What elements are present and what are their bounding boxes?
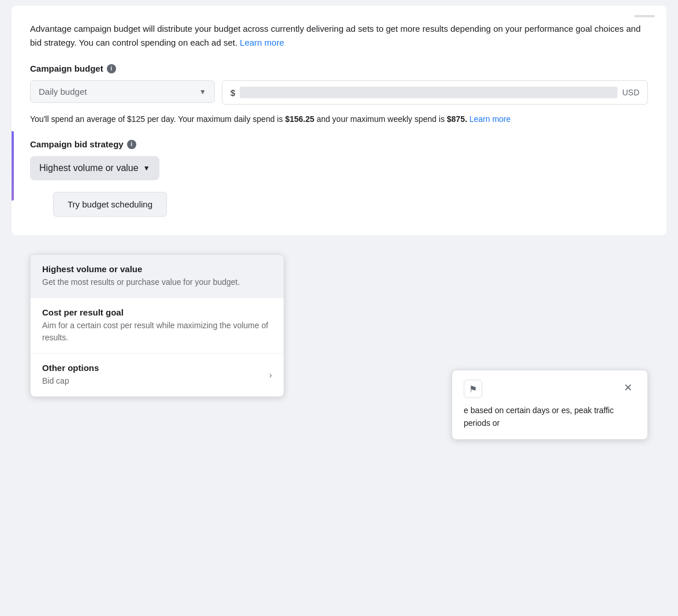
tooltip-header: ⚑ ✕ [464, 380, 636, 398]
dropdown-item-other-options-title: Other options [42, 363, 99, 373]
dropdown-item-other-options-content: Other options Bid cap [42, 363, 99, 387]
tooltip-body-text: e based on certain days or es, peak traf… [464, 404, 636, 430]
feedback-icon: ⚑ [469, 384, 477, 395]
bid-strategy-dropdown: Highest volume or value Get the most res… [30, 254, 284, 397]
main-card: Advantage campaign budget will distribut… [12, 6, 666, 235]
campaign-budget-info-icon[interactable]: i [107, 64, 116, 73]
dropdown-item-highest-volume-desc: Get the most results or purchase value f… [42, 276, 272, 288]
dropdown-item-other-options-desc: Bid cap [42, 375, 99, 387]
bid-strategy-chevron-icon: ▼ [143, 164, 150, 172]
dropdown-item-other-options-chevron-icon: › [269, 370, 272, 380]
minimize-button[interactable] [634, 15, 655, 17]
bid-strategy-section: Campaign bid strategy i Highest volume o… [30, 139, 648, 180]
currency-symbol: $ [230, 88, 235, 98]
spend-info-conjunction: and your maximum weekly spend is [316, 114, 445, 124]
tooltip-card: ⚑ ✕ e based on certain days or es, peak … [452, 370, 648, 440]
bid-strategy-selected-label: Highest volume or value [39, 163, 139, 173]
spend-info-prefix: You'll spend an average of $125 per day.… [30, 114, 283, 124]
budget-type-placeholder: Daily budget [39, 87, 87, 97]
budget-scheduling-area: Try budget scheduling [30, 192, 648, 217]
dropdown-item-other-options[interactable]: Other options Bid cap › [31, 354, 284, 396]
budget-type-select[interactable]: Daily budget ▼ [30, 80, 215, 105]
intro-text: Advantage campaign budget will distribut… [30, 22, 648, 50]
spend-info-text: You'll spend an average of $125 per day.… [30, 113, 648, 125]
campaign-budget-title: Campaign budget [30, 64, 103, 73]
budget-row: Daily budget ▼ $ USD [30, 80, 648, 105]
dropdown-item-cost-per-result-title: Cost per result goal [42, 307, 272, 317]
bid-strategy-title: Campaign bid strategy [30, 139, 124, 149]
intro-body: Advantage campaign budget will distribut… [30, 24, 640, 47]
dropdown-item-cost-per-result-desc: Aim for a certain cost per result while … [42, 320, 272, 344]
bid-strategy-label: Campaign bid strategy i [30, 139, 648, 149]
max-weekly-value: $875. [447, 114, 467, 124]
budget-type-display[interactable]: Daily budget ▼ [30, 80, 215, 103]
try-budget-scheduling-label: Try budget scheduling [68, 199, 152, 209]
currency-code: USD [622, 88, 639, 97]
bid-strategy-button[interactable]: Highest volume or value ▼ [30, 156, 159, 180]
max-daily-value: $156.25 [285, 114, 315, 124]
page-container: Advantage campaign budget will distribut… [0, 0, 678, 616]
dropdown-item-highest-volume[interactable]: Highest volume or value Get the most res… [31, 255, 284, 298]
budget-amount-value [240, 87, 617, 98]
budget-type-chevron-icon: ▼ [199, 88, 206, 96]
left-accent-bar [12, 131, 14, 201]
try-budget-scheduling-button[interactable]: Try budget scheduling [53, 192, 167, 217]
campaign-budget-label: Campaign budget i [30, 64, 648, 73]
budget-amount-input[interactable]: $ USD [222, 80, 648, 105]
bid-strategy-info-icon[interactable]: i [127, 140, 136, 149]
tooltip-feedback-icon[interactable]: ⚑ [464, 380, 482, 398]
dropdown-item-cost-per-result[interactable]: Cost per result goal Aim for a certain c… [31, 298, 284, 354]
tooltip-close-icon[interactable]: ✕ [620, 380, 636, 396]
dropdown-item-other-row: Other options Bid cap › [42, 363, 272, 387]
intro-learn-more-link[interactable]: Learn more [240, 38, 284, 47]
dropdown-item-highest-volume-title: Highest volume or value [42, 264, 272, 274]
close-icon: ✕ [624, 381, 632, 394]
spend-learn-more-link[interactable]: Learn more [470, 114, 511, 124]
